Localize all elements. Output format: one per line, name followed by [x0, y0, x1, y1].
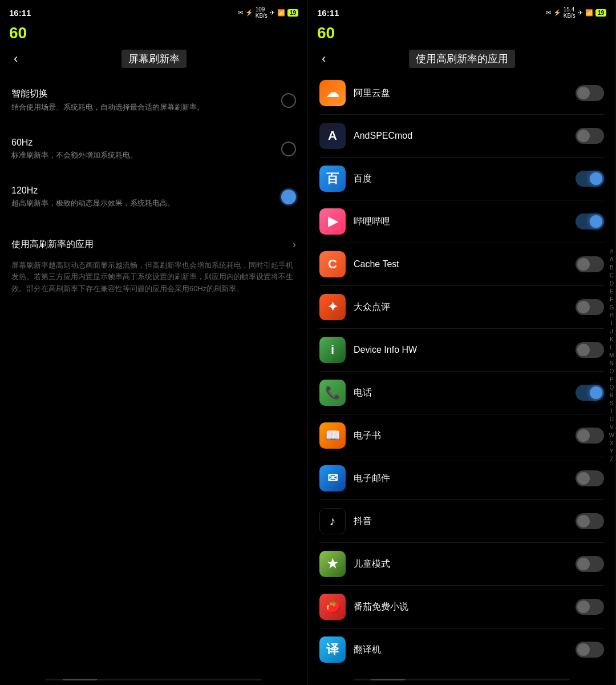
hz60-item: 60Hz 标准刷新率，不会额外增加系统耗电。: [11, 133, 296, 165]
speed-text: 109KB/s: [256, 6, 268, 19]
status-bar-left: 16:11 ✉ ⚡ 109KB/s ✈ 📶 19: [0, 0, 307, 25]
alpha-letter[interactable]: A: [610, 256, 614, 263]
app-name: Device Info HW: [354, 345, 568, 355]
alpha-letter[interactable]: M: [609, 352, 614, 359]
app-toggle[interactable]: [576, 342, 604, 358]
apps-link-label: 使用高刷新率的应用: [11, 239, 94, 251]
app-name: 电话: [354, 387, 568, 399]
right-panel: 16:11 ✉ ⚡ 15.4KB/s ✈ 📶 19 60 ‹ 使用高刷新率的应用…: [308, 0, 616, 685]
alpha-letter[interactable]: X: [610, 440, 614, 447]
app-toggle[interactable]: [576, 85, 604, 101]
wifi-icon: 📶: [277, 9, 285, 17]
battery-icon-r: 19: [595, 9, 606, 17]
wifi-icon-r: 📶: [585, 9, 593, 17]
app-toggle[interactable]: [576, 470, 604, 486]
app-toggle[interactable]: [576, 428, 604, 444]
fps-right: 60: [308, 25, 615, 43]
app-toggle[interactable]: [576, 256, 604, 272]
alpha-letter[interactable]: S: [610, 400, 614, 407]
app-name: 儿童模式: [354, 558, 568, 570]
alpha-letter[interactable]: O: [609, 368, 614, 375]
hz60-radio[interactable]: [281, 142, 296, 156]
status-bar-right: 16:11 ✉ ⚡ 15.4KB/s ✈ 📶 19: [308, 0, 615, 25]
left-content: 智能切换 结合使用场景、系统耗电，自动选择最合适的屏幕刷新率。 60Hz 标准刷…: [0, 74, 307, 679]
alpha-letter[interactable]: Y: [610, 448, 614, 455]
app-item: 📞电话: [308, 374, 615, 412]
smart-switch-desc: 结合使用场景、系统耗电，自动选择最合适的屏幕刷新率。: [11, 102, 204, 112]
app-name: Cache Test: [354, 259, 568, 269]
alpha-letter[interactable]: D: [610, 280, 614, 287]
note-text: 屏幕刷新率越高则动态画面显示越流畅，但高刷新率也会增加系统耗电，同时引起手机发热…: [11, 260, 296, 295]
app-icon: i: [319, 337, 346, 363]
alpha-letter[interactable]: Z: [610, 456, 613, 463]
app-list: ☁阿里云盘AAndSPECmod百百度▶哔哩哔哩CCache Test✦大众点评…: [308, 74, 615, 679]
page-title-left: 屏幕刷新率: [121, 50, 187, 68]
status-icons-right: ✉ ⚡ 15.4KB/s ✈ 📶 19: [546, 6, 606, 19]
app-item: 译翻译机: [308, 631, 615, 668]
scrollbar-thumb-right: [371, 679, 405, 680]
alpha-letter[interactable]: Q: [609, 384, 614, 391]
smart-switch-item: 智能切换 结合使用场景、系统耗电，自动选择最合适的屏幕刷新率。: [11, 83, 296, 117]
alpha-letter[interactable]: V: [610, 424, 614, 431]
app-item: 📖电子书: [308, 417, 615, 454]
app-item: 百百度: [308, 160, 615, 198]
status-time-right: 16:11: [317, 8, 339, 18]
app-toggle[interactable]: [576, 642, 604, 658]
hz60-desc: 标准刷新率，不会额外增加系统耗电。: [11, 150, 137, 160]
app-toggle[interactable]: [576, 299, 604, 315]
app-toggle[interactable]: [576, 385, 604, 401]
hz120-desc: 超高刷新率，极致的动态显示效果，系统耗电高。: [11, 198, 175, 208]
alpha-letter[interactable]: E: [610, 288, 614, 295]
alpha-letter[interactable]: P: [610, 376, 614, 383]
fps-left: 60: [0, 25, 307, 43]
alpha-letter[interactable]: J: [610, 328, 613, 335]
hz120-section: 120Hz 超高刷新率，极致的动态显示效果，系统耗电高。: [11, 181, 296, 213]
app-toggle[interactable]: [576, 171, 604, 187]
alpha-letter[interactable]: B: [610, 264, 614, 271]
app-item: ♪抖音: [308, 502, 615, 540]
alpha-letter[interactable]: #: [610, 248, 613, 255]
app-name: 阿里云盘: [354, 87, 568, 99]
smart-switch-radio[interactable]: [281, 93, 296, 108]
alpha-letter[interactable]: C: [610, 272, 614, 279]
battery-icon: 19: [287, 9, 298, 17]
app-toggle[interactable]: [576, 599, 604, 615]
speed-text-r: 15.4KB/s: [564, 6, 576, 19]
alpha-letter[interactable]: W: [609, 432, 614, 439]
app-name: 翻译机: [354, 644, 568, 656]
app-item: ✉电子邮件: [308, 460, 615, 497]
alpha-letter[interactable]: L: [610, 344, 613, 351]
alpha-letter[interactable]: T: [610, 408, 613, 415]
app-item: CCache Test: [308, 245, 615, 283]
hz120-label: 120Hz: [11, 186, 175, 196]
app-name: 番茄免费小说: [354, 601, 568, 613]
hz120-radio[interactable]: [281, 190, 296, 204]
app-icon: ★: [319, 551, 346, 577]
scrollbar-left: [46, 679, 262, 680]
smart-switch-label: 智能切换: [11, 88, 204, 100]
alpha-index[interactable]: #ABCDEFGHIJKLMNOPQRSTUVWXYZ: [609, 25, 614, 685]
alpha-letter[interactable]: U: [610, 416, 614, 423]
app-icon: ♪: [319, 508, 346, 534]
apps-link[interactable]: 使用高刷新率的应用 ›: [11, 229, 296, 260]
alpha-letter[interactable]: F: [610, 296, 613, 303]
alpha-letter[interactable]: G: [609, 304, 614, 311]
app-item: iDevice Info HW: [308, 331, 615, 369]
alpha-letter[interactable]: K: [610, 336, 614, 343]
alpha-letter[interactable]: R: [610, 392, 614, 399]
alpha-letter[interactable]: I: [611, 320, 613, 327]
app-name: 抖音: [354, 515, 568, 527]
app-item: AAndSPECmod: [308, 117, 615, 155]
app-toggle[interactable]: [576, 128, 604, 144]
app-item: 🍅番茄免费小说: [308, 588, 615, 626]
back-button-left[interactable]: ‹: [9, 47, 22, 71]
back-button-right[interactable]: ‹: [317, 47, 330, 71]
app-toggle[interactable]: [576, 213, 604, 229]
app-toggle[interactable]: [576, 556, 604, 572]
app-toggle[interactable]: [576, 513, 604, 529]
scrollbar-right: [354, 679, 570, 680]
app-icon: 百: [319, 166, 346, 192]
alpha-letter[interactable]: N: [610, 360, 614, 367]
app-icon: ☁: [319, 80, 346, 106]
alpha-letter[interactable]: H: [610, 312, 614, 319]
